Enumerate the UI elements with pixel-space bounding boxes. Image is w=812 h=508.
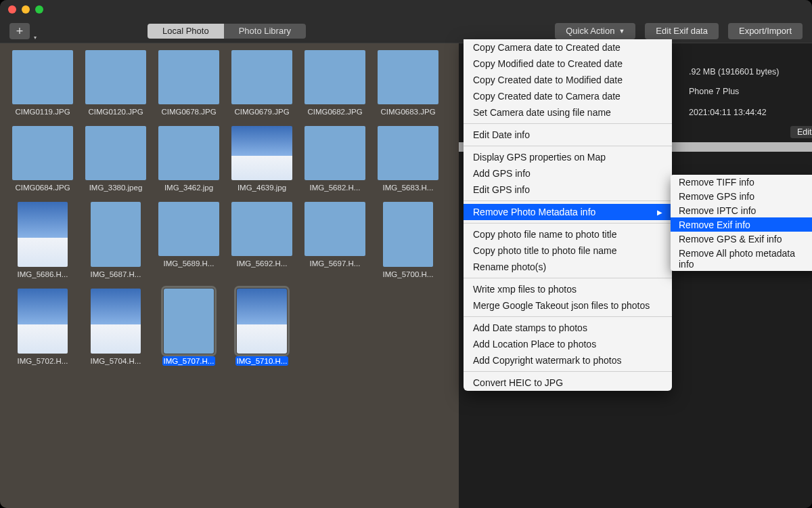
thumbnail[interactable]: IMG_5697.H... (304, 202, 365, 279)
submenu-item[interactable]: Remove IPTC info (671, 203, 812, 217)
menu-separator (464, 146, 672, 146)
toolbar: + Local Photo Photo Library Quick Action… (0, 19, 812, 43)
tab-local-photo[interactable]: Local Photo (148, 24, 224, 39)
thumbnail[interactable]: CIMG0684.JPG (12, 126, 73, 192)
thumbnail-label: IMG_3380.jpeg (88, 183, 144, 192)
menu-separator (464, 278, 672, 278)
menu-item-label: Copy Camera date to Created date (473, 42, 621, 53)
menu-item-label: Write xmp files to photos (473, 284, 577, 295)
quick-action-button[interactable]: Quick Action ▼ (555, 23, 635, 39)
thumbnail-label: IMG_5710.H... (235, 356, 289, 366)
thumbnail-image (12, 50, 73, 104)
info-device: Phone 7 Plus (689, 87, 739, 96)
menu-item[interactable]: Rename photo(s) (464, 259, 672, 275)
thumbnail-image (158, 202, 219, 256)
submenu-item[interactable]: Remove All photo metadata info (671, 246, 812, 271)
submenu-item[interactable]: Remove GPS & Exif info (671, 232, 812, 246)
tab-photo-library[interactable]: Photo Library (224, 24, 306, 39)
edit-button[interactable]: Edit (790, 126, 812, 138)
menu-separator (464, 123, 672, 124)
thumbnail[interactable]: CIMG0120.JPG (85, 50, 146, 117)
thumbnail-grid: CIMG0119.JPGCIMG0120.JPGCIMG0678.JPGCIMG… (0, 43, 459, 508)
thumbnail[interactable]: CIMG0678.JPG (158, 50, 219, 117)
thumbnail[interactable]: IMG_5710.H... (231, 289, 292, 366)
thumbnail-image (383, 202, 433, 267)
view-segmented-control: Local Photo Photo Library (148, 24, 306, 39)
add-button[interactable]: + (9, 23, 30, 39)
thumbnail-label: CIMG0120.JPG (87, 107, 144, 117)
menu-item[interactable]: Edit Date info (464, 127, 672, 143)
submenu-item[interactable]: Remove Exif info (671, 217, 812, 232)
thumbnail-label: IMG_5686.H... (16, 270, 70, 279)
thumbnail-label: IMG_5702.H... (16, 356, 70, 366)
thumbnail[interactable]: IMG_5689.H... (158, 202, 219, 279)
thumbnail[interactable]: CIMG0683.JPG (378, 50, 438, 117)
thumbnail-image (158, 126, 219, 180)
info-size: .92 MB (1916601 bytes) (689, 67, 779, 77)
edit-exif-button[interactable]: Edit Exif data (645, 23, 719, 39)
info-date: 2021:04:11 13:44:42 (689, 108, 767, 117)
thumbnail[interactable]: IMG_3462.jpg (158, 126, 219, 192)
menu-item[interactable]: Copy Created date to Modified date (464, 72, 672, 88)
menu-item[interactable]: Add Copyright watermark to photos (464, 352, 672, 368)
thumbnail-label: CIMG0684.JPG (14, 183, 71, 192)
thumbnail-label: CIMG0678.JPG (160, 107, 217, 117)
thumbnail-image (164, 289, 214, 354)
thumbnail[interactable]: IMG_5704.H... (85, 289, 146, 366)
thumbnail-image (378, 50, 438, 104)
thumbnail-label: IMG_5689.H... (162, 259, 216, 268)
quick-action-menu: Copy Camera date to Created dateCopy Mod… (464, 39, 672, 391)
thumbnail-label: IMG_5683.H... (382, 183, 435, 192)
thumbnail[interactable]: IMG_4639.jpg (231, 126, 292, 192)
menu-item-label: Merge Google Takeout json files to photo… (473, 300, 650, 311)
thumbnail[interactable]: IMG_5686.H... (12, 202, 73, 279)
minimize-icon[interactable] (22, 5, 30, 14)
menu-item[interactable]: Write xmp files to photos (464, 281, 672, 297)
thumbnail[interactable]: CIMG0682.JPG (304, 50, 365, 117)
menu-item[interactable]: Convert HEIC to JPG (464, 375, 672, 391)
thumbnail[interactable]: CIMG0119.JPG (12, 50, 73, 117)
plus-icon: + (16, 25, 24, 37)
menu-item[interactable]: Merge Google Takeout json files to photo… (464, 297, 672, 314)
menu-item[interactable]: Copy Modified date to Created date (464, 56, 672, 72)
submenu-item[interactable]: Remove TIFF info (671, 175, 812, 189)
thumbnail-image (12, 126, 73, 180)
remove-metadata-submenu: Remove TIFF infoRemove GPS infoRemove IP… (671, 175, 812, 271)
thumbnail[interactable]: IMG_5683.H... (378, 126, 438, 192)
thumbnail[interactable]: CIMG0679.JPG (231, 50, 292, 117)
menu-item[interactable]: Edit GPS info (464, 182, 672, 198)
thumbnail-label: IMG_5682.H... (309, 183, 362, 192)
submenu-item[interactable]: Remove GPS info (671, 189, 812, 203)
thumbnail-label: IMG_5704.H... (89, 356, 143, 366)
export-import-button[interactable]: Export/Import (728, 23, 803, 39)
maximize-icon[interactable] (35, 5, 43, 14)
thumbnail-label: CIMG0119.JPG (14, 107, 71, 117)
thumbnail-image (85, 50, 146, 104)
menu-item[interactable]: Copy photo title to photo file name (464, 242, 672, 259)
thumbnail[interactable]: IMG_5687.H... (85, 202, 146, 279)
thumbnail[interactable]: IMG_5707.H... (158, 289, 219, 366)
menu-item-label: Remove Photo Metadata info (473, 207, 595, 217)
menu-item-label: Copy Modified date to Created date (473, 58, 623, 69)
menu-item[interactable]: Set Camera date using file name (464, 104, 672, 121)
menu-item[interactable]: Add Date stamps to photos (464, 320, 672, 336)
thumbnail[interactable]: IMG_5702.H... (12, 289, 73, 366)
menu-item-label: Copy photo file name to photo title (473, 229, 616, 240)
thumbnail-image (304, 50, 365, 104)
menu-item[interactable]: Add Location Place to photos (464, 336, 672, 352)
thumbnail-label: CIMG0679.JPG (233, 107, 290, 117)
menu-item-label: Copy photo title to photo file name (473, 245, 616, 256)
thumbnail[interactable]: IMG_3380.jpeg (85, 126, 146, 192)
thumbnail-label: IMG_5697.H... (309, 259, 362, 268)
menu-item[interactable]: Copy Camera date to Created date (464, 39, 672, 56)
thumbnail[interactable]: IMG_5692.H... (231, 202, 292, 279)
menu-item[interactable]: Display GPS properties on Map (464, 149, 672, 165)
menu-item[interactable]: Remove Photo Metadata info▶ (464, 204, 672, 220)
close-icon[interactable] (8, 5, 16, 14)
menu-item[interactable]: Add GPS info (464, 165, 672, 182)
thumbnail-label: IMG_5692.H... (235, 259, 289, 268)
menu-item[interactable]: Copy Created date to Camera date (464, 88, 672, 104)
menu-item[interactable]: Copy photo file name to photo title (464, 226, 672, 242)
thumbnail[interactable]: IMG_5700.H... (378, 202, 438, 279)
thumbnail[interactable]: IMG_5682.H... (304, 126, 365, 192)
